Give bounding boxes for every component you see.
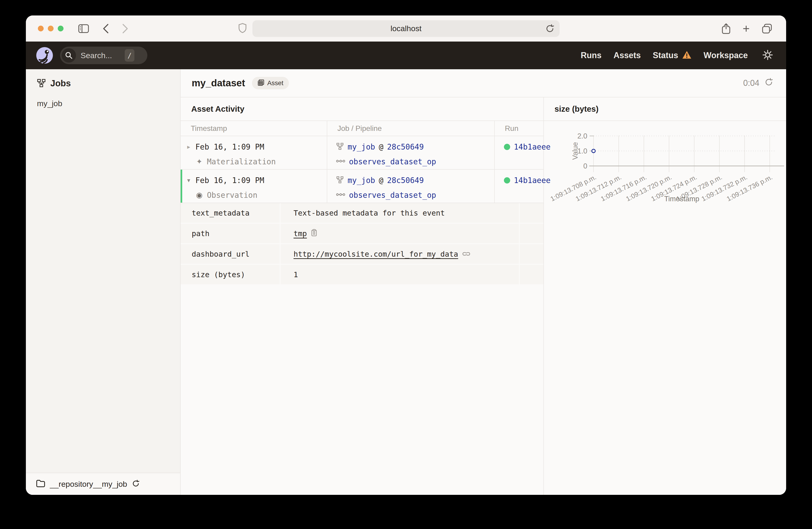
dashboard-url-link[interactable]: http://mycoolsite.com/url_for_my_data [293,250,458,259]
metadata-stub [520,265,543,284]
tab-overview-icon[interactable] [762,23,772,34]
search-shortcut-key: / [125,49,134,62]
new-tab-icon[interactable]: + [743,22,750,35]
run-status-dot [504,177,510,183]
event-type-label: Observation [207,191,258,200]
op-icon [336,192,345,198]
nav-assets[interactable]: Assets [613,50,641,60]
top-nav: Runs Assets Status Workspace [581,49,773,61]
event-metadata-table: text_metadata Text-based metadata for th… [180,203,543,284]
event-row-observation: ▾ Feb 16, 1:09 PM ◉ Observation m [180,170,543,203]
metadata-value: Text-based metadata for this event [280,203,519,223]
search-input[interactable]: Search... / [60,47,147,64]
browser-window: localhost + [26,15,786,495]
asset-header: my_dataset Asset 0:04 [180,69,786,98]
nav-workspace[interactable]: Workspace [704,50,748,60]
close-window-button[interactable] [38,26,44,31]
event-timestamp: Feb 16, 1:09 PM [195,143,264,151]
repository-reload-icon[interactable] [132,480,140,488]
metadata-key: size (bytes) [180,265,280,284]
op-link[interactable]: observes_dataset_op [349,157,436,166]
op-icon [336,159,345,164]
page-title: my_dataset [192,77,245,89]
chart-point[interactable] [592,149,595,153]
run-id-link[interactable]: 14b1aeee [514,176,551,185]
nav-status[interactable]: Status [653,50,692,60]
external-link-icon[interactable] [462,250,470,258]
metadata-stub [520,224,543,243]
sidebar-section-title: Jobs [50,78,71,88]
traffic-lights [38,26,63,31]
expand-expanded-icon[interactable]: ▾ [186,177,192,184]
browser-toolbar: localhost + [26,15,786,42]
asset-activity-panel: Asset Activity Timestamp Job / Pipeline … [180,98,543,495]
asset-badge-label: Asset [267,79,284,87]
app-header: Search... / Runs Assets Status Workspace [26,42,786,69]
selected-row-indicator [180,170,182,203]
main-content: my_dataset Asset 0:04 [180,69,786,495]
expand-collapsed-icon[interactable]: ▸ [186,143,192,150]
metadata-key: path [180,224,280,243]
materialization-icon: ✦ [195,157,203,166]
activity-title: Asset Activity [191,104,244,114]
address-bar[interactable]: localhost [252,20,560,37]
refresh-icon[interactable] [765,78,773,89]
size-bytes-chart-panel: size (bytes) 2.01.00Value1:09:13.708 p.m… [543,98,786,495]
event-row-materialization: ▸ Feb 16, 1:09 PM ✦ Materialization [180,136,543,170]
y-tick-label: 2.0 [577,132,587,140]
share-icon[interactable] [722,23,731,34]
asset-table-icon [258,79,264,87]
job-hash-link[interactable]: 28c50649 [387,143,424,151]
warning-icon [682,50,692,60]
x-tick-label: 1:09:13.736 p.m. [725,173,773,203]
col-job-pipeline: Job / Pipeline [327,121,494,136]
privacy-shield-icon[interactable] [238,23,247,33]
chart-title: size (bytes) [554,104,599,114]
settings-gear-icon[interactable] [762,49,773,61]
jobs-sidebar: Jobs my_job __repository__my_job [26,69,180,495]
sidebar-item-my-job[interactable]: my_job [37,99,180,108]
asset-chart: 2.01.00Value1:09:13.708 p.m.1:09:13.712 … [544,121,786,230]
metadata-stub [520,244,543,264]
metadata-key: dashboard_url [180,244,280,264]
sidebar-toggle-icon[interactable] [78,24,89,33]
nav-runs[interactable]: Runs [581,50,601,60]
metadata-value: 1 [280,265,519,284]
run-status-dot [504,144,510,150]
repository-name: __repository__my_job [50,480,127,489]
y-tick-label: 0 [583,162,587,170]
job-link[interactable]: my_job [348,143,375,151]
activity-table-header: Timestamp Job / Pipeline Run [180,121,543,136]
job-link[interactable]: my_job [348,176,375,185]
observation-icon: ◉ [195,191,203,200]
metadata-key: text_metadata [180,203,280,223]
reload-icon[interactable] [545,24,554,33]
y-axis-label: Value [571,142,579,160]
op-link[interactable]: observes_dataset_op [349,191,436,200]
job-icon [336,176,344,185]
folder-icon [36,480,45,488]
refresh-countdown: 0:04 [743,78,759,88]
minimize-window-button[interactable] [48,26,54,31]
repository-footer: __repository__my_job [26,473,180,495]
url-text: localhost [391,24,421,33]
col-timestamp: Timestamp [180,121,327,136]
forward-icon[interactable] [122,24,129,34]
search-icon [62,48,76,62]
run-id-link[interactable]: 14b1aeee [514,143,551,151]
job-icon [336,143,344,151]
asset-badge: Asset [252,77,289,89]
metadata-stub [520,203,543,223]
search-placeholder: Search... [81,51,112,60]
event-type-label: Materialization [207,157,276,166]
dagster-logo[interactable] [36,47,53,64]
screenshot-root: { "browser": { "url": "localhost" }, "ic… [0,0,812,529]
back-icon[interactable] [102,24,109,34]
jobs-icon [37,79,46,88]
col-run: Run [494,121,543,136]
zoom-window-button[interactable] [58,26,63,31]
path-link[interactable]: tmp [293,229,307,238]
event-timestamp: Feb 16, 1:09 PM [195,176,264,185]
copy-icon[interactable] [311,229,317,238]
job-hash-link[interactable]: 28c50649 [387,176,424,185]
